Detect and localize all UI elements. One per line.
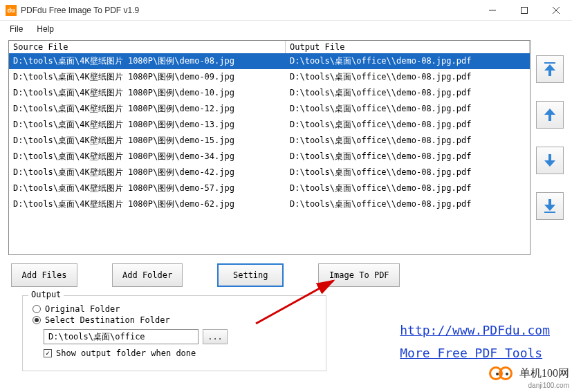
menubar: File Help (0, 21, 572, 37)
menu-help[interactable]: Help (30, 22, 61, 36)
action-buttons: Add Files Add Folder Setting Image To PD… (8, 259, 564, 295)
svg-marker-8 (544, 199, 555, 211)
bottom-panel: Add Files Add Folder Setting Image To PD… (8, 259, 564, 384)
more-tools-link[interactable]: More Free PDF Tools (400, 342, 550, 364)
output-legend: Output (28, 290, 64, 299)
radio-icon (33, 305, 41, 313)
image-to-pdf-button[interactable]: Image To PDF (318, 263, 400, 287)
cell-output: D:\tools\桌面\office\\demo-08.jpg.pdf (286, 118, 530, 132)
cell-source: D:\tools\桌面\4K壁纸图片 1080P\图例\demo-09.jpg (9, 70, 286, 84)
watermark-text: 单机100网 (519, 366, 569, 381)
promo-links: http://www.PDFdu.com More Free PDF Tools (400, 319, 550, 364)
cell-output: D:\tools\桌面\office\\demo-08.jpg.pdf (286, 102, 530, 116)
table-body: D:\tools\桌面\4K壁纸图片 1080P\图例\demo-08.jpgD… (9, 53, 530, 212)
table-row[interactable]: D:\tools\桌面\4K壁纸图片 1080P\图例\demo-57.jpgD… (9, 180, 530, 196)
table-row[interactable]: D:\tools\桌面\4K壁纸图片 1080P\图例\demo-62.jpgD… (9, 196, 530, 212)
cell-source: D:\tools\桌面\4K壁纸图片 1080P\图例\demo-10.jpg (9, 86, 286, 100)
move-to-bottom-button[interactable] (536, 192, 564, 220)
add-folder-button[interactable]: Add Folder (112, 263, 183, 287)
window-title: PDFdu Free Image To PDF v1.9 (21, 6, 477, 15)
radio-label: Select Destination Folder (45, 315, 170, 325)
column-header-output[interactable]: Output File (286, 41, 530, 53)
watermark: 单机100网 danji100.com (489, 365, 569, 389)
checkbox-icon (44, 349, 52, 357)
add-files-button[interactable]: Add Files (11, 263, 77, 287)
watermark-logo-icon (489, 365, 518, 382)
radio-original-folder[interactable]: Original Folder (33, 304, 316, 314)
cell-source: D:\tools\桌面\4K壁纸图片 1080P\图例\demo-42.jpg (9, 165, 286, 180)
close-button[interactable] (540, 0, 572, 21)
table-row[interactable]: D:\tools\桌面\4K壁纸图片 1080P\图例\demo-34.jpgD… (9, 149, 530, 165)
svg-rect-9 (544, 212, 555, 213)
cell-output: D:\tools\桌面\office\\demo-08.jpg.pdf (286, 149, 530, 164)
svg-rect-4 (544, 62, 555, 64)
table-header: Source File Output File (9, 41, 530, 53)
watermark-sub: danji100.com (528, 382, 569, 389)
cell-output: D:\tools\桌面\office\\demo-08.jpg.pdf (286, 86, 530, 100)
destination-path-input[interactable] (44, 329, 199, 344)
titlebar: du PDFdu Free Image To PDF v1.9 (0, 0, 572, 21)
table-row[interactable]: D:\tools\桌面\4K壁纸图片 1080P\图例\demo-13.jpgD… (9, 117, 530, 133)
minimize-button[interactable] (477, 0, 508, 21)
cell-output: D:\tools\桌面\office\\demo-08.jpg.pdf (286, 197, 530, 212)
cell-source: D:\tools\桌面\4K壁纸图片 1080P\图例\demo-15.jpg (9, 133, 286, 148)
cell-output: D:\tools\桌面\office\\demo-08.jpg.pdf (286, 181, 530, 196)
column-header-source[interactable]: Source File (9, 41, 286, 53)
cell-output: D:\tools\桌面\office\\demo-08.jpg.pdf (286, 54, 530, 68)
cell-source: D:\tools\桌面\4K壁纸图片 1080P\图例\demo-13.jpg (9, 118, 286, 132)
radio-destination-folder[interactable]: Select Destination Folder (33, 315, 316, 325)
move-down-button[interactable] (536, 147, 564, 174)
cell-source: D:\tools\桌面\4K壁纸图片 1080P\图例\demo-57.jpg (9, 181, 286, 196)
output-group: Output Original Folder Select Destinatio… (22, 295, 326, 371)
setting-button[interactable]: Setting (217, 263, 284, 287)
cell-source: D:\tools\桌面\4K壁纸图片 1080P\图例\demo-34.jpg (9, 149, 286, 164)
table-row[interactable]: D:\tools\桌面\4K壁纸图片 1080P\图例\demo-08.jpgD… (9, 53, 530, 69)
table-row[interactable]: D:\tools\桌面\4K壁纸图片 1080P\图例\demo-42.jpgD… (9, 165, 530, 180)
radio-label: Original Folder (45, 304, 120, 314)
browse-button[interactable]: ... (203, 329, 228, 344)
menu-file[interactable]: File (3, 22, 30, 36)
move-up-button[interactable] (536, 101, 564, 129)
website-link[interactable]: http://www.PDFdu.com (400, 319, 550, 342)
show-folder-checkbox[interactable]: Show output folder when done (44, 348, 316, 358)
svg-marker-7 (544, 154, 555, 167)
cell-source: D:\tools\桌面\4K壁纸图片 1080P\图例\demo-12.jpg (9, 102, 286, 116)
table-row[interactable]: D:\tools\桌面\4K壁纸图片 1080P\图例\demo-15.jpgD… (9, 133, 530, 149)
svg-marker-6 (544, 109, 555, 121)
app-icon: du (6, 5, 17, 16)
table-row[interactable]: D:\tools\桌面\4K壁纸图片 1080P\图例\demo-10.jpgD… (9, 85, 530, 101)
cell-output: D:\tools\桌面\office\\demo-08.jpg.pdf (286, 133, 530, 148)
maximize-button[interactable] (508, 0, 540, 21)
checkbox-label: Show output folder when done (56, 348, 196, 358)
table-row[interactable]: D:\tools\桌面\4K壁纸图片 1080P\图例\demo-09.jpgD… (9, 69, 530, 85)
move-to-top-button[interactable] (536, 55, 564, 83)
reorder-buttons (536, 55, 564, 220)
svg-marker-5 (544, 64, 555, 76)
cell-output: D:\tools\桌面\office\\demo-08.jpg.pdf (286, 165, 530, 180)
svg-rect-1 (522, 7, 528, 13)
cell-output: D:\tools\桌面\office\\demo-08.jpg.pdf (286, 70, 530, 84)
file-table: Source File Output File D:\tools\桌面\4K壁纸… (8, 40, 531, 255)
cell-source: D:\tools\桌面\4K壁纸图片 1080P\图例\demo-08.jpg (9, 54, 286, 68)
table-row[interactable]: D:\tools\桌面\4K壁纸图片 1080P\图例\demo-12.jpgD… (9, 101, 530, 117)
radio-icon (33, 316, 41, 324)
cell-source: D:\tools\桌面\4K壁纸图片 1080P\图例\demo-62.jpg (9, 197, 286, 212)
